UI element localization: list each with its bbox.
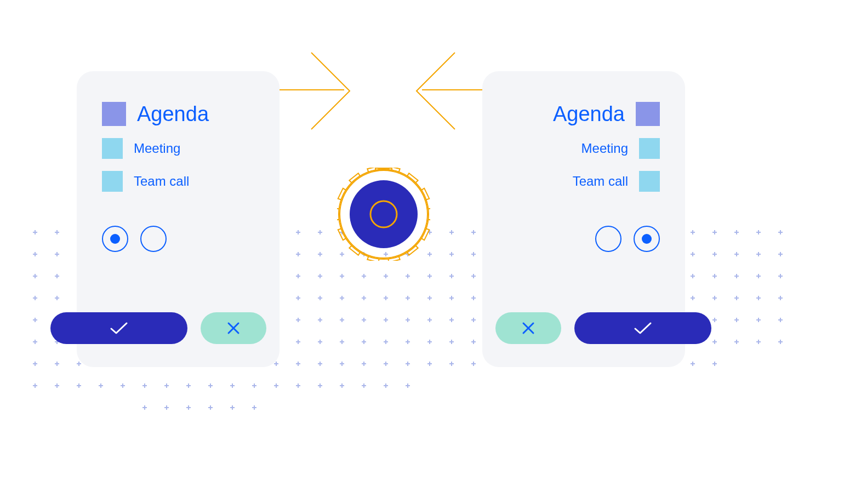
radio-option-selected[interactable]: [102, 226, 128, 252]
confirm-button[interactable]: [50, 312, 187, 344]
primary-swatch: [102, 102, 126, 126]
item-label: Meeting: [134, 141, 180, 156]
close-icon: [521, 321, 535, 335]
card-title: Agenda: [553, 102, 625, 126]
primary-swatch: [636, 102, 660, 126]
ltr-card: Agenda Meeting Team call: [77, 71, 280, 367]
button-bar: [50, 312, 266, 344]
check-icon: [110, 321, 128, 335]
secondary-swatch: [102, 171, 123, 192]
title-row: Agenda: [553, 102, 660, 126]
item-label: Team call: [134, 174, 189, 189]
svg-point-1: [350, 180, 418, 248]
confirm-button[interactable]: [574, 312, 711, 344]
card-title: Agenda: [137, 102, 209, 126]
close-icon: [226, 321, 241, 335]
button-bar: [495, 312, 711, 344]
title-row: Agenda: [102, 102, 254, 126]
mirroring-diagram: Agenda Meeting Team call: [0, 0, 844, 504]
list-item: Meeting: [581, 138, 660, 159]
rtl-card: Agenda Meeting Team call: [482, 71, 685, 367]
radio-option[interactable]: [140, 226, 167, 252]
list-item: Team call: [573, 171, 660, 192]
radio-option[interactable]: [595, 226, 621, 252]
list-item: Meeting: [102, 138, 254, 159]
secondary-swatch: [639, 138, 660, 159]
list-item: Team call: [102, 171, 254, 192]
check-icon: [634, 321, 652, 335]
radio-option-selected[interactable]: [634, 226, 660, 252]
secondary-swatch: [639, 171, 660, 192]
item-label: Meeting: [581, 141, 628, 156]
item-label: Team call: [573, 174, 628, 189]
cancel-button[interactable]: [495, 312, 561, 344]
secondary-swatch: [102, 138, 123, 159]
radio-group: [595, 226, 660, 252]
cancel-button[interactable]: [201, 312, 266, 344]
gear-icon: [337, 168, 430, 261]
radio-group: [102, 226, 254, 252]
